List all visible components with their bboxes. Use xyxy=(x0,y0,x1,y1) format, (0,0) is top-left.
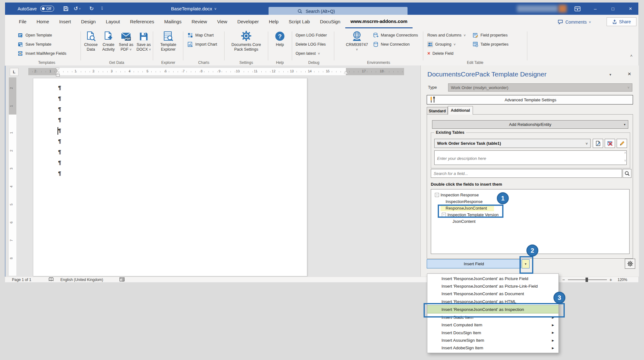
open-latest-button[interactable]: Open latest˅ xyxy=(296,50,320,57)
field-search-input[interactable] xyxy=(431,169,622,178)
pane-menu-button[interactable]: ▾ xyxy=(609,72,611,77)
menu-item-computed-item[interactable]: Insert Computed Item▶ xyxy=(427,321,558,329)
first-line-indent-marker[interactable] xyxy=(56,68,59,70)
choose-data-button[interactable]: ChooseData xyxy=(82,30,99,52)
pane-close-button[interactable]: × xyxy=(628,70,631,77)
user-account-blurred[interactable] xyxy=(517,5,558,12)
field-properties-button[interactable]: Field properties xyxy=(473,31,508,39)
field-search-button[interactable] xyxy=(623,169,631,178)
create-activity-button[interactable]: CreateActivity xyxy=(100,30,117,52)
customize-quick-access-button[interactable]: ˅ xyxy=(101,3,103,15)
tab-standard[interactable]: Standard xyxy=(427,107,448,115)
tab-developer[interactable]: Developer xyxy=(232,15,264,28)
tab-script-lab[interactable]: Script Lab xyxy=(284,15,315,28)
menu-item-assuresign-item[interactable]: Insert AssureSign Item▶ xyxy=(427,336,558,344)
tree-item-inspection-response[interactable]: − Inspection Response xyxy=(431,192,629,198)
search-bar[interactable]: Search (Alt+Q) xyxy=(269,7,408,15)
tab-help[interactable]: Help xyxy=(264,15,284,28)
help-button[interactable]: ? Help xyxy=(272,30,287,47)
crm-environment-button[interactable]: CRM939747˅ xyxy=(343,30,370,52)
zoom-in-button[interactable]: + xyxy=(609,277,612,282)
tab-insert[interactable]: Insert xyxy=(54,15,76,28)
zoom-level[interactable]: 120% xyxy=(618,278,627,282)
grouping-button[interactable]: Grouping˅ xyxy=(427,41,456,48)
pane-settings-button[interactable] xyxy=(625,259,635,269)
page-indicator[interactable]: Page 1 of 1 xyxy=(12,278,31,282)
insert-field-button[interactable]: Insert Field xyxy=(427,259,521,268)
delete-field-button[interactable]: × Delete Field xyxy=(427,50,453,57)
language-indicator[interactable]: English (United Kingdom) xyxy=(60,278,103,282)
collapse-ribbon-button[interactable]: ˄ xyxy=(630,53,633,58)
open-template-button[interactable]: Open Template xyxy=(18,31,52,39)
menu-item-picture-link-field[interactable]: Insert 'ResponseJsonContent' as Picture-… xyxy=(427,282,558,290)
tab-file[interactable]: File xyxy=(14,15,31,28)
minimize-button[interactable]: – xyxy=(588,3,602,15)
redo-button[interactable]: ↻ xyxy=(89,3,94,15)
autosave-toggle[interactable]: Off xyxy=(40,3,54,15)
export-table-button[interactable] xyxy=(593,139,603,148)
hanging-indent-marker[interactable] xyxy=(56,71,59,74)
left-indent-marker[interactable] xyxy=(56,74,60,76)
description-scroll[interactable]: ˄ ˅ xyxy=(624,151,626,162)
horizontal-ruler[interactable]: 2 1 1 2 3 4 5 6 7 8 9 10 11 12 13 14 15 … xyxy=(28,68,404,75)
menu-item-document[interactable]: Insert 'ResponseJsonContent' as Document xyxy=(427,290,558,298)
proofing-book-icon[interactable] xyxy=(48,277,54,283)
send-as-pdf-button[interactable]: PDF Send asPDF ˅ xyxy=(118,30,135,52)
comments-button[interactable]: Comments˅ xyxy=(558,18,591,26)
save-template-button[interactable]: Save Template xyxy=(18,41,51,48)
add-relationship-entity-button[interactable]: Add Relationship/Entity ▾ xyxy=(432,120,628,129)
tab-review[interactable]: Review xyxy=(186,15,212,28)
existing-tables-dropdown[interactable]: Work Order Service Task (table1) ˅ xyxy=(434,139,591,148)
avatar[interactable] xyxy=(558,5,567,13)
new-connection-button[interactable]: New Connection xyxy=(373,41,410,48)
right-indent-marker[interactable] xyxy=(344,71,348,74)
menu-item-picture-field[interactable]: Insert 'ResponseJsonContent' as Picture … xyxy=(427,275,558,282)
advanced-template-settings-button[interactable]: Advanced Template Settings xyxy=(427,95,633,104)
tab-view[interactable]: View xyxy=(212,15,232,28)
menu-item-docusign-item[interactable]: Insert DocuSign Item▶ xyxy=(427,329,558,336)
tree-item-inspectionresponse[interactable]: InspectionResponse xyxy=(431,198,629,205)
map-chart-button[interactable]: Map Chart xyxy=(187,31,214,39)
undo-button[interactable]: ↺˅ xyxy=(74,3,81,15)
tab-additional[interactable]: Additional xyxy=(448,106,473,115)
tree-collapse-icon[interactable]: − xyxy=(435,193,439,197)
tab-mailings[interactable]: Mailings xyxy=(159,15,186,28)
share-button[interactable]: Share xyxy=(607,17,636,26)
save-as-docx-button[interactable]: Save asDOCX ˅ xyxy=(135,30,152,52)
close-window-button[interactable]: × xyxy=(624,3,637,15)
table-proper-button[interactable]: Table properties xyxy=(473,41,508,48)
scroll-up-icon[interactable]: ˄ xyxy=(624,151,626,155)
open-log-folder-button[interactable]: Open LOG Folder xyxy=(296,31,327,39)
delete-table-button[interactable] xyxy=(605,139,615,148)
insertions-icon[interactable] xyxy=(119,277,125,283)
tab-references[interactable]: References xyxy=(125,15,159,28)
ribbon-display-options-button[interactable] xyxy=(570,3,584,15)
template-explorer-button[interactable]: TemplateExplorer xyxy=(157,30,179,52)
tree-item-jsoncontent[interactable]: JsonContent xyxy=(431,218,629,225)
edit-table-button[interactable] xyxy=(617,139,627,148)
menu-item-adobesign-item[interactable]: Insert AdobeSign Item▶ xyxy=(427,344,558,352)
tab-layout[interactable]: Layout xyxy=(101,15,125,28)
tab-mscrm-addons[interactable]: www.mscrm-addons.com xyxy=(345,15,412,28)
tab-design[interactable]: Design xyxy=(76,15,101,28)
type-dropdown[interactable]: Work Order (msdyn_workorder) ˅ xyxy=(448,83,632,92)
document-page[interactable] xyxy=(33,78,307,276)
manage-connections-button[interactable]: Manage Connections xyxy=(373,31,418,39)
rows-and-columns-button[interactable]: Rows and Columns˅ xyxy=(427,31,466,39)
scroll-down-icon[interactable]: ˅ xyxy=(624,159,626,162)
description-input[interactable] xyxy=(434,150,627,165)
save-button[interactable] xyxy=(63,3,69,15)
dcp-settings-button[interactable]: Documents CorePack Settings xyxy=(229,30,264,52)
tab-home[interactable]: Home xyxy=(31,15,54,28)
import-chart-button[interactable]: Import Chart xyxy=(187,41,217,48)
insert-mailmerge-fields-button[interactable]: Insert MailMerge Fields xyxy=(18,50,66,57)
delete-log-files-button[interactable]: Delete LOG Files xyxy=(296,41,326,48)
zoom-slider-thumb[interactable] xyxy=(586,278,588,282)
tab-docusign[interactable]: DocuSign xyxy=(315,15,345,28)
new-connection-icon xyxy=(373,42,379,47)
maximize-button[interactable]: □ xyxy=(606,3,620,15)
document-title[interactable]: BaseTemplate.docx˅ xyxy=(162,3,225,15)
tab-stop-selector[interactable]: L xyxy=(10,68,19,76)
zoom-out-button[interactable]: − xyxy=(562,277,565,282)
vertical-ruler[interactable]: 2 1 1 2 3 4 5 6 7 8 xyxy=(9,77,16,276)
